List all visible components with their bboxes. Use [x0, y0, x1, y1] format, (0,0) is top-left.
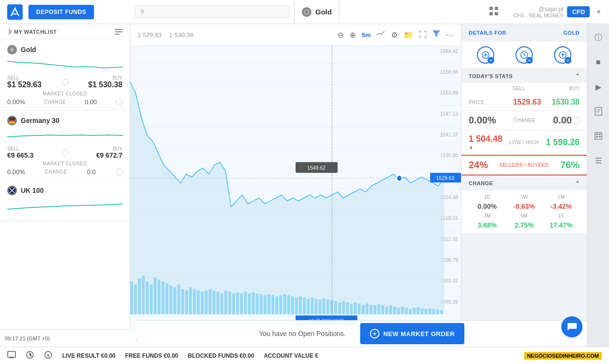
buy-button[interactable]: + — [477, 46, 494, 64]
plus-circle-icon: + — [370, 329, 379, 338]
svg-rect-144 — [599, 136, 601, 137]
wi-header-uk100: UK 100 — [7, 186, 122, 195]
bottom-bar: $ LIVE RESULT €0.00 FREE FUNDS €0.00 BLO… — [0, 347, 609, 364]
chart-toolbar: 1 529.63 1 530.38 ⊖ ⊕ 5m ⚙ 📁 ⛶ ⋯ — [130, 24, 461, 46]
bell-button[interactable]: ☰ — [590, 152, 607, 169]
svg-rect-140 — [595, 133, 602, 139]
zoom-out-button[interactable]: ⊖ — [338, 30, 344, 40]
zoom-in-button[interactable]: ⊕ — [350, 30, 356, 40]
play-button[interactable]: ▶ — [590, 78, 607, 95]
watchlist-item-germany30[interactable]: Germany 30 SELL €9 665.3 BUY €9 672.7 MA… — [0, 111, 130, 181]
price-buy-value: 1530.38 — [541, 98, 580, 107]
svg-rect-44 — [134, 284, 137, 314]
calculator-button[interactable] — [590, 127, 607, 145]
svg-rect-55 — [177, 284, 180, 314]
watchlist-item-uk100[interactable]: UK 100 — [0, 181, 130, 221]
watchlist-item-gold[interactable]: Gold SELL $1 529.63 BUY $1 530.38 MARKET… — [0, 40, 130, 111]
lowhigh-row: 1 504.48 ▼ LOW / HIGH 1 598.26 — [461, 130, 587, 156]
gold-name: Gold — [21, 46, 36, 54]
germany30-icon — [7, 116, 17, 125]
svg-rect-66 — [220, 294, 223, 314]
settings-button[interactable]: ⚙ — [391, 30, 398, 40]
instrument-selector[interactable]: Gold — [294, 0, 339, 24]
folder-button[interactable]: 📁 — [404, 30, 413, 40]
svg-rect-53 — [169, 285, 172, 314]
svg-text:$: $ — [47, 353, 49, 358]
svg-rect-46 — [142, 275, 145, 314]
svg-rect-106 — [378, 304, 380, 314]
sellers-row: 24% SELLERS / BUYERS 76% — [461, 156, 587, 175]
svg-rect-119 — [429, 309, 432, 314]
gold-radio[interactable] — [62, 79, 68, 86]
svg-rect-11 — [9, 121, 15, 123]
dropdown-arrow-icon[interactable]: ▼ — [596, 9, 602, 15]
alert-button[interactable]: + — [554, 46, 571, 64]
document-button[interactable]: ■ — [590, 54, 607, 71]
grid-view-button[interactable] — [482, 6, 506, 17]
history-button[interactable]: + — [515, 46, 533, 64]
svg-text:1529.63: 1529.63 — [436, 175, 455, 181]
info-button[interactable]: ⓘ — [590, 29, 607, 46]
svg-rect-108 — [385, 307, 388, 314]
line-chart-button[interactable] — [377, 30, 385, 39]
svg-rect-77 — [264, 295, 267, 314]
collapse-change-icon[interactable]: ⌃ — [575, 180, 580, 187]
timeframe-button[interactable]: 5m — [362, 31, 371, 39]
new-market-order-label: NEW MARKET ORDER — [383, 330, 455, 337]
svg-rect-102 — [362, 305, 365, 314]
germany30-status: MARKET CLOSED — [7, 161, 122, 166]
3m-value: 3.68% — [469, 220, 506, 230]
svg-rect-118 — [424, 309, 427, 314]
uk100-name: UK 100 — [21, 187, 43, 194]
more-options-button[interactable]: ⋯ — [446, 30, 454, 40]
chat-button[interactable] — [561, 316, 582, 337]
new-market-order-button[interactable]: + NEW MARKET ORDER — [360, 323, 464, 344]
svg-rect-57 — [185, 290, 188, 314]
positions-icon-button[interactable] — [7, 351, 16, 361]
watchlist-options-button[interactable] — [115, 29, 122, 35]
svg-rect-48 — [150, 284, 153, 314]
gold-icon — [7, 45, 17, 54]
svg-rect-45 — [138, 279, 141, 314]
svg-rect-72 — [244, 292, 247, 314]
chart-area: 1 529.63 1 530.38 ⊖ ⊕ 5m ⚙ 📁 ⛶ ⋯ — [130, 24, 461, 347]
sellers-pct-value: 24% — [469, 160, 488, 171]
watermark: NEGÓCIOSEDINHEIRO.COM — [524, 352, 602, 360]
deposit-funds-button[interactable]: DEPOSIT FUNDS — [28, 5, 94, 19]
1m-value: -3.42% — [542, 201, 580, 212]
cfd-badge[interactable]: CFD — [567, 6, 590, 17]
svg-text:1564.42: 1564.42 — [440, 48, 458, 54]
sellers-label: SELLERS / BUYERS — [488, 162, 560, 168]
svg-rect-122 — [440, 310, 443, 314]
search-input[interactable] — [149, 8, 284, 15]
instrument-icon — [302, 7, 311, 17]
account-info: @sapo.pt CFD - REAL MONEY CFD ▼ — [506, 6, 609, 18]
svg-rect-107 — [381, 305, 384, 314]
change-section-header: CHANGE ⌃ — [461, 176, 587, 190]
svg-rect-98 — [346, 302, 349, 314]
svg-rect-145 — [8, 351, 15, 357]
details-for-label: DETAILS FOR — [469, 30, 506, 36]
gold-status: MARKET CLOSED — [7, 91, 122, 96]
history-icon-button[interactable] — [26, 351, 34, 361]
uk100-icon — [7, 186, 17, 195]
svg-rect-103 — [365, 304, 368, 314]
svg-rect-82 — [283, 294, 286, 314]
instrument-name: Gold — [315, 8, 332, 16]
blocked-funds-stat: BLOCKED FUNDS €0.00 — [188, 352, 254, 359]
collapse-stats-icon[interactable]: ⌃ — [575, 73, 580, 79]
change-row: 0.00% CHANGE 0.00 — [461, 110, 587, 130]
gold-sparkline — [7, 56, 122, 73]
chart-svg: 1564.42 1558.66 1552.89 1547.13 1541.37 … — [130, 46, 461, 332]
document2-button[interactable] — [590, 103, 607, 120]
svg-rect-68 — [228, 292, 231, 314]
fullscreen-button[interactable]: ⛶ — [419, 30, 427, 39]
svg-rect-92 — [323, 298, 325, 314]
filter-button[interactable] — [433, 30, 440, 39]
change-pct-value: 0.00% — [469, 115, 496, 126]
germany30-radio[interactable] — [62, 149, 68, 156]
svg-point-42 — [396, 175, 402, 181]
svg-rect-142 — [599, 134, 601, 135]
right-sidebar: ⓘ ■ ▶ ☰ — [587, 24, 609, 347]
money-icon-button[interactable]: $ — [44, 351, 53, 361]
